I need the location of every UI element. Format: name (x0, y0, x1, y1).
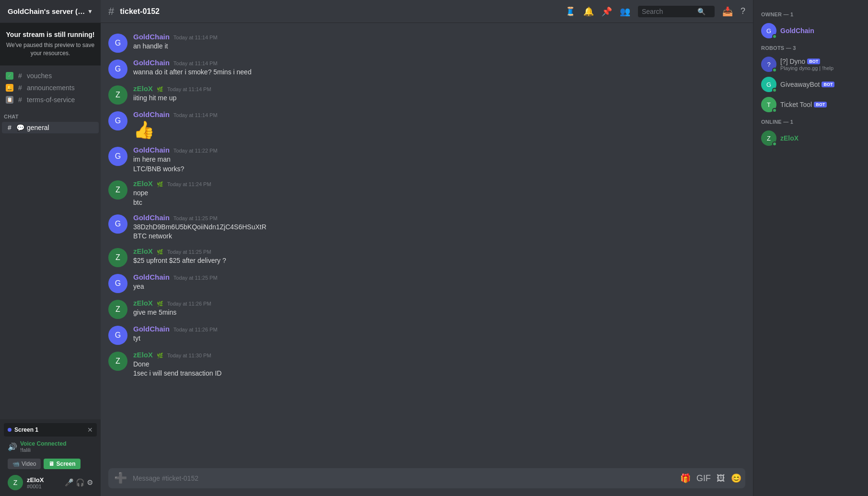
message-author[interactable]: zEloX (133, 84, 153, 93)
channel-list: ✓ # vouches 🔔 # announcements 📋 # terms-… (0, 66, 101, 419)
main-content: # ticket-0152 🧵 🔔 📌 👥 🔍 📥 ? G GoldChain … (101, 0, 753, 496)
message-group: Z zEloX 🌿 Today at 11:14 PM iiting hit m… (101, 83, 753, 106)
message-author[interactable]: GoldChain (133, 213, 170, 222)
message-input-area: ➕ 🎁 GIF 🖼 😊 (101, 464, 753, 496)
close-icon[interactable]: ✕ (87, 426, 93, 434)
add-attachment-button[interactable]: ➕ (112, 468, 131, 488)
message-content: GoldChain Today at 11:26 PM tyt (133, 325, 745, 345)
emoji-icon[interactable]: 😊 (731, 473, 741, 484)
message-group: Z zEloX 🌿 Today at 11:24 PM nope btc (101, 177, 753, 209)
mute-button[interactable]: 🎤 (65, 478, 74, 487)
avatar: Z (108, 300, 127, 319)
message-text: btc (133, 198, 745, 208)
message-input[interactable] (131, 470, 680, 487)
zelox-badge: 🌿 (157, 301, 163, 307)
message-content: zEloX 🌿 Today at 11:25 PM $25 upfront $2… (133, 247, 745, 267)
message-author[interactable]: GoldChain (133, 325, 170, 333)
avatar: Z (8, 475, 23, 490)
message-header: zEloX 🌿 Today at 11:24 PM (133, 179, 745, 188)
message-header: GoldChain Today at 11:22 PM (133, 146, 745, 154)
notifications-icon[interactable]: 🔔 (583, 6, 594, 17)
message-text: tyt (133, 334, 745, 343)
message-author[interactable]: zEloX (133, 179, 153, 188)
message-author[interactable]: GoldChain (133, 59, 170, 67)
sidebar: GoldChain's server (Ama... ▼ Your stream… (0, 0, 101, 496)
message-group: Z zEloX 🌿 Today at 11:25 PM $25 upfront … (101, 245, 753, 269)
members-icon[interactable]: 👥 (620, 6, 630, 17)
deafen-button[interactable]: 🎧 (76, 478, 85, 487)
channel-item-general[interactable]: # 💬 general (2, 122, 99, 133)
message-timestamp: Today at 11:25 PM (174, 215, 218, 221)
member-sub-text: Playing dyno.gg | !help (780, 65, 833, 71)
threads-icon[interactable]: 🧵 (565, 6, 576, 17)
message-group: G GoldChain Today at 11:25 PM yea (101, 271, 753, 295)
member-item-tickettool[interactable]: T Ticket Tool BOT (757, 95, 864, 114)
avatar: G (108, 111, 127, 130)
message-timestamp: Today at 11:14 PM (174, 112, 218, 118)
stream-banner-subtitle: We've paused this preview to save your r… (6, 41, 95, 58)
member-item-giveawaybot[interactable]: G GiveawayBot BOT (757, 75, 864, 94)
screen-button[interactable]: 🖥 Screen (44, 459, 80, 469)
member-item-zelox[interactable]: Z zEloX (757, 129, 864, 148)
message-header: GoldChain Today at 11:25 PM (133, 213, 745, 222)
message-header: zEloX 🌿 Today at 11:30 PM (133, 351, 745, 359)
message-text: 1sec i will send transaction ID (133, 369, 745, 378)
search-input[interactable] (642, 8, 694, 15)
message-timestamp: Today at 11:14 PM (174, 35, 218, 40)
stream-banner: Your stream is still running! We've paus… (0, 23, 101, 66)
topbar-icons: 🧵 🔔 📌 👥 🔍 📥 ? (565, 6, 745, 17)
message-text: $25 upfront $25 after delivery ? (133, 256, 745, 266)
member-name: GoldChain (780, 27, 814, 35)
status-indicator (772, 88, 777, 93)
zelox-badge: 🌿 (157, 86, 163, 93)
voice-icon: 🔊 (8, 442, 17, 451)
message-author[interactable]: zEloX (133, 299, 153, 307)
message-author[interactable]: GoldChain (133, 146, 170, 154)
message-text: LTC/BNB works? (133, 165, 745, 174)
message-author[interactable]: zEloX (133, 351, 153, 359)
message-timestamp: Today at 11:25 PM (167, 249, 211, 255)
gift-icon[interactable]: 🎁 (680, 473, 691, 484)
member-item-goldchain[interactable]: G GoldChain (757, 21, 864, 40)
message-timestamp: Today at 11:24 PM (167, 181, 211, 187)
search-bar[interactable]: 🔍 (638, 6, 715, 17)
gif-icon[interactable]: GIF (696, 473, 711, 484)
message-author[interactable]: zEloX (133, 247, 153, 255)
screen-share-icon: 🖥 (48, 461, 54, 467)
message-author[interactable]: GoldChain (133, 110, 170, 118)
channel-item-vouches[interactable]: ✓ # vouches (2, 70, 99, 82)
user-discriminator: #0001 (27, 484, 61, 489)
video-button[interactable]: 📹 Video (8, 459, 41, 469)
channel-item-tos[interactable]: 📋 # terms-of-service (2, 94, 99, 106)
message-text: an handle it (133, 42, 745, 51)
message-content: GoldChain Today at 11:14 PM wanna do it … (133, 59, 745, 79)
server-header[interactable]: GoldChain's server (Ama... ▼ (0, 0, 101, 23)
message-timestamp: Today at 11:26 PM (174, 327, 218, 332)
channel-badge-gray: 📋 (6, 96, 13, 104)
username: zEloX (27, 476, 61, 484)
right-panel: OWNER — 1 G GoldChain ROBOTS — 3 ? [?] D… (753, 0, 868, 496)
channel-badge-green: ✓ (6, 72, 13, 80)
user-details: zEloX #0001 (27, 476, 61, 489)
settings-button[interactable]: ⚙ (87, 478, 93, 487)
member-item-dyno[interactable]: ? [?] Dyno BOT Playing dyno.gg | !help (757, 55, 864, 74)
sticker-icon[interactable]: 🖼 (717, 473, 725, 484)
avatar: Z (108, 248, 127, 267)
channel-badge-yellow: 🔔 (6, 84, 13, 92)
channel-item-announcements[interactable]: 🔔 # announcements (2, 82, 99, 94)
chat-icon: 💬 (16, 124, 24, 131)
member-name: GiveawayBot (780, 81, 820, 88)
chat-category-label: CHAT (0, 106, 101, 121)
pin-icon[interactable]: 📌 (602, 6, 612, 17)
message-text: 38DzhD9Bm6U5bKQoiiNdn1ZjC4S6HSuXtR (133, 223, 745, 232)
status-indicator (772, 34, 777, 39)
help-icon[interactable]: ? (741, 6, 745, 16)
screen-dot (8, 428, 12, 432)
user-area: Screen 1 ✕ 🔊 Voice Connected !falili 📹 V… (0, 419, 101, 496)
message-author[interactable]: GoldChain (133, 273, 170, 281)
message-header: GoldChain Today at 11:14 PM (133, 110, 745, 118)
message-author[interactable]: GoldChain (133, 33, 170, 41)
inbox-icon[interactable]: 📥 (722, 6, 733, 17)
avatar: G (108, 147, 127, 166)
server-name: GoldChain's server (Ama... (8, 7, 85, 15)
